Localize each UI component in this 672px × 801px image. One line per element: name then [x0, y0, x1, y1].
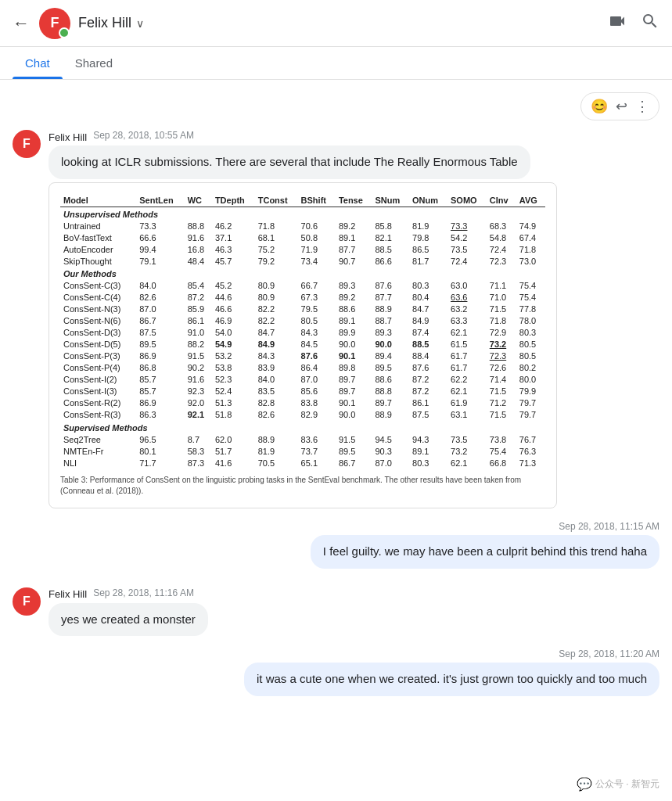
- reply-icon[interactable]: ↩: [616, 98, 627, 115]
- message-content: I feel guilty. we may have been a culpri…: [311, 535, 659, 569]
- message-sender: Felix Hill: [49, 131, 87, 143]
- message-bubble: it was a cute one when we created. it's …: [244, 663, 659, 696]
- chevron-down-icon[interactable]: ∨: [136, 17, 144, 30]
- message-content: it was a cute one when we created. it's …: [244, 663, 659, 696]
- message-content: Felix Hill Sep 28, 2018, 10:55 AM lookin…: [49, 130, 557, 508]
- more-options-icon[interactable]: ⋮: [635, 98, 649, 115]
- header: ← F Felix Hill ∨: [0, 0, 672, 47]
- message-row: F Felix Hill Sep 28, 2018, 11:16 AM yes …: [13, 587, 659, 637]
- search-icon[interactable]: [641, 12, 659, 35]
- back-button[interactable]: ←: [13, 13, 30, 34]
- watermark-text: 公众号 · 新智元: [595, 778, 659, 791]
- timestamp-right: Sep 28, 2018, 11:20 AM: [13, 648, 659, 659]
- watermark: 💬 公众号 · 新智元: [577, 777, 659, 792]
- message-content: Felix Hill Sep 28, 2018, 11:16 AM yes we…: [49, 587, 208, 637]
- table-attachment: Model SentLen WC TDepth TConst BShift Te…: [49, 182, 557, 509]
- tab-bar: Chat Shared: [0, 47, 672, 80]
- message-row: F Felix Hill Sep 28, 2018, 10:55 AM look…: [13, 130, 659, 508]
- header-actions: [608, 12, 659, 35]
- timestamp-right: Sep 28, 2018, 11:15 AM: [13, 521, 659, 532]
- chat-body: 😊 ↩ ⋮ F Felix Hill Sep 28, 2018, 10:55 A…: [0, 80, 672, 718]
- table-caption: Table 3: Performance of ConsSent on the …: [60, 475, 545, 497]
- avatar: F: [13, 587, 41, 616]
- message-bubble: I feel guilty. we may have been a culpri…: [311, 535, 659, 569]
- video-call-icon[interactable]: [608, 12, 627, 35]
- tab-chat[interactable]: Chat: [13, 47, 63, 79]
- message-bubble: looking at ICLR submissions. There are s…: [49, 145, 530, 179]
- data-table: Model SentLen WC TDepth TConst BShift Te…: [60, 194, 545, 469]
- message-timestamp: Sep 28, 2018, 11:16 AM: [93, 587, 194, 598]
- message-actions: 😊 ↩ ⋮: [580, 92, 659, 120]
- avatar[interactable]: F: [39, 8, 70, 39]
- tab-shared[interactable]: Shared: [63, 47, 125, 79]
- message-row: I feel guilty. we may have been a culpri…: [13, 535, 659, 569]
- message-row: it was a cute one when we created. it's …: [13, 663, 659, 696]
- message-bubble: yes we created a monster: [49, 603, 208, 637]
- emoji-react-icon[interactable]: 😊: [591, 98, 608, 115]
- message-timestamp: Sep 28, 2018, 10:55 AM: [93, 130, 194, 141]
- message-sender: Felix Hill: [49, 588, 87, 600]
- avatar: F: [13, 130, 41, 158]
- watermark-icon: 💬: [577, 777, 592, 792]
- contact-name[interactable]: Felix Hill: [78, 15, 131, 31]
